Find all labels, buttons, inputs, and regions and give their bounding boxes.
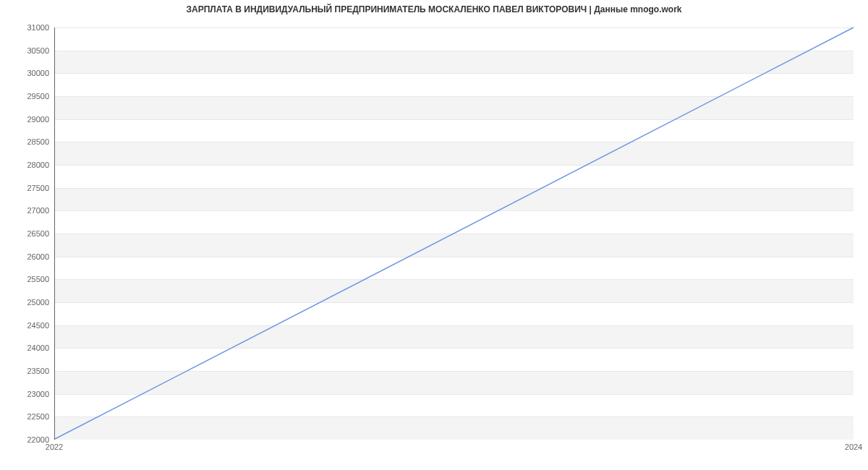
y-tick-label: 30500	[6, 46, 49, 55]
y-tick-label: 25000	[6, 298, 49, 307]
chart-container: ЗАРПЛАТА В ИНДИВИДУАЛЬНЫЙ ПРЕДПРИНИМАТЕЛ…	[0, 0, 868, 470]
x-tick-label: 2024	[845, 443, 862, 451]
y-tick-label: 24500	[6, 321, 49, 330]
y-tick-label: 28500	[6, 137, 49, 146]
y-tick-label: 23000	[6, 390, 49, 398]
y-tick-label: 22500	[6, 412, 49, 421]
y-tick-label: 29500	[6, 92, 49, 101]
y-tick-label: 27500	[6, 184, 49, 192]
y-tick-label: 27000	[6, 206, 49, 215]
y-tick-label: 23500	[6, 367, 49, 375]
y-tick-label: 29000	[6, 115, 49, 124]
line-series	[55, 27, 854, 439]
y-tick-label: 26500	[6, 229, 49, 238]
y-tick-label: 31000	[6, 23, 49, 32]
y-tick-label: 25500	[6, 275, 49, 283]
y-tick-label: 28000	[6, 161, 49, 169]
chart-title: ЗАРПЛАТА В ИНДИВИДУАЛЬНЫЙ ПРЕДПРИНИМАТЕЛ…	[0, 4, 868, 14]
y-tick-label: 24000	[6, 343, 49, 352]
series-line	[55, 27, 854, 439]
y-tick-label: 26000	[6, 252, 49, 261]
plot-area	[54, 27, 854, 440]
x-tick-label: 2022	[46, 443, 63, 451]
y-tick-label: 22000	[6, 435, 49, 444]
y-tick-label: 30000	[6, 69, 49, 77]
